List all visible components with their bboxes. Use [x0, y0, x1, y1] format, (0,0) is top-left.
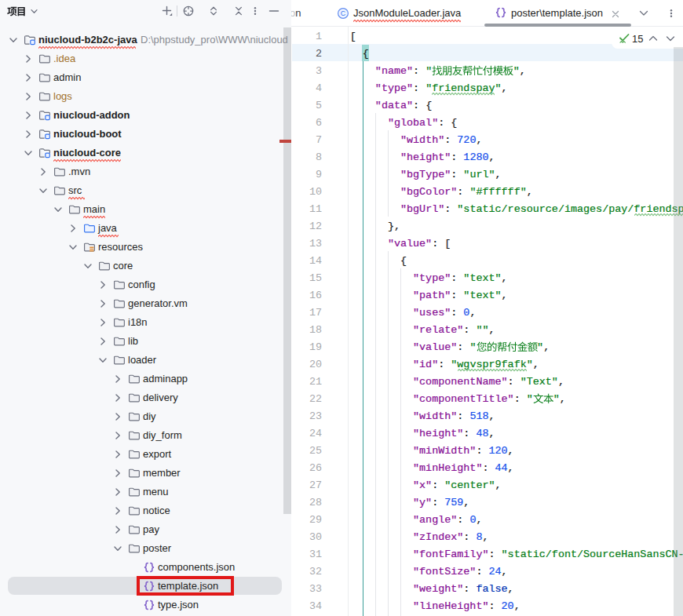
svg-text:C: C — [341, 9, 346, 17]
